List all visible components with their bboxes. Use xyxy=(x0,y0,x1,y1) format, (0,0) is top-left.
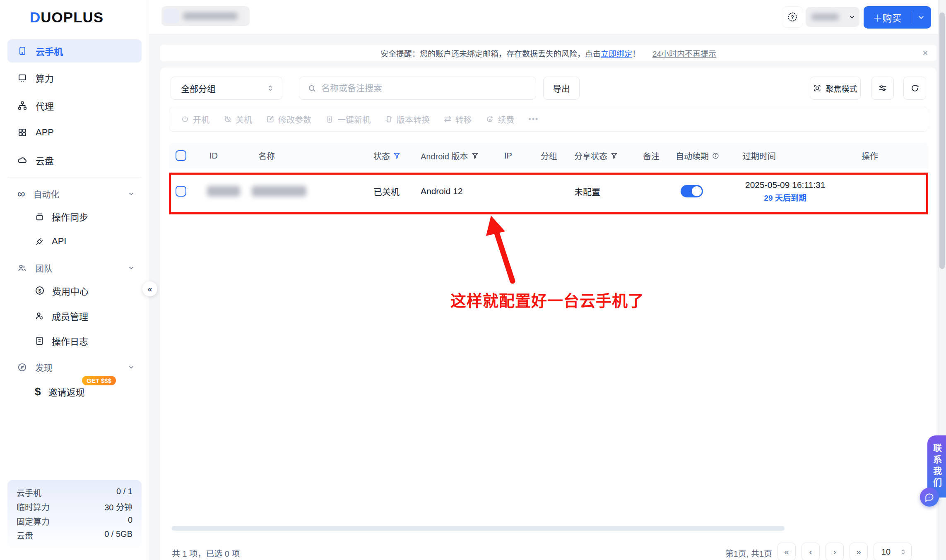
sidebar-group-discover[interactable]: 发现 xyxy=(7,357,142,377)
export-button[interactable]: 导出 xyxy=(543,77,580,100)
get-cashback-badge: GET $$$ xyxy=(82,376,116,385)
log-icon xyxy=(35,336,44,346)
sidebar-group-label: 自动化 xyxy=(34,187,60,200)
sidebar-item-cloud-phone[interactable]: 云手机 xyxy=(7,39,142,62)
sidebar-collapse-button[interactable]: « xyxy=(142,281,157,296)
brand-logo-first-letter: D xyxy=(30,9,41,25)
banner-text: 安全提醒：您的账户还未绑定邮箱，存在数据丢失的风险，点击 xyxy=(380,48,601,59)
buy-button[interactable]: ＋购买 xyxy=(864,6,931,29)
sidebar-group-automation[interactable]: ∞ 自动化 xyxy=(7,183,142,204)
col-label: Android 版本 xyxy=(421,150,468,162)
last-page-button[interactable]: » xyxy=(850,543,868,560)
col-auto-renew: 自动续期 xyxy=(676,143,719,168)
vertical-scrollbar-thumb[interactable] xyxy=(939,12,945,269)
sidebar-item-label: 算力 xyxy=(36,71,54,84)
team-icon xyxy=(17,263,27,273)
renew-icon xyxy=(486,115,494,123)
action-edit-params[interactable]: 修改参数 xyxy=(266,113,311,125)
account-menu[interactable] xyxy=(806,7,859,27)
more-icon: ••• xyxy=(528,115,539,124)
sidebar-item-app[interactable]: APP xyxy=(7,121,142,144)
stat-label: 临时算力 xyxy=(17,501,50,513)
action-label: 续费 xyxy=(498,113,514,125)
bind-email-link[interactable]: 立即绑定 xyxy=(601,48,632,59)
column-settings-button[interactable] xyxy=(871,77,894,100)
auto-renew-toggle[interactable] xyxy=(681,185,703,197)
sidebar-item-label: 云手机 xyxy=(36,44,63,58)
device-table-row[interactable]: 已关机 Android 12 未配置 2025-05-09 16:11:31 2… xyxy=(169,168,928,214)
focus-mode-label: 聚焦模式 xyxy=(826,83,857,94)
browser-tab-redacted[interactable] xyxy=(161,6,250,26)
device-status: 已关机 xyxy=(373,168,400,214)
sidebar-item-billing-center[interactable]: $ 费用中心 xyxy=(7,280,142,301)
sidebar-item-invite-cashback[interactable]: $ 邀请返现 xyxy=(7,381,142,402)
action-power-on[interactable]: 开机 xyxy=(181,113,209,125)
dismiss-24h-link[interactable]: 24小时内不再提示 xyxy=(652,48,716,59)
action-power-off[interactable]: 关机 xyxy=(224,113,252,125)
sidebar-item-cloud-disk[interactable]: 云盘 xyxy=(7,149,142,172)
account-name-redacted xyxy=(811,14,839,20)
transfer-icon: ⇄ xyxy=(444,115,451,123)
col-id: ID xyxy=(209,143,218,168)
sidebar-item-operation-sync[interactable]: 操作同步 xyxy=(7,206,142,227)
device-share-status: 未配置 xyxy=(574,168,600,214)
action-label: 开机 xyxy=(193,113,209,125)
more-actions-button[interactable]: ••• xyxy=(528,115,539,124)
action-transfer[interactable]: ⇄ 转移 xyxy=(444,113,472,125)
expire-note: 29 天后到期 xyxy=(764,192,806,203)
col-android-version: Android 版本 xyxy=(421,143,479,168)
select-all-cell xyxy=(176,143,186,168)
sidebar-item-compute[interactable]: 算力 xyxy=(7,66,142,89)
sidebar-item-label: 代理 xyxy=(36,99,54,112)
action-version-convert[interactable]: 版本转换 xyxy=(385,113,430,125)
device-name-redacted xyxy=(252,186,306,197)
sidebar-item-proxy[interactable]: 代理 xyxy=(7,94,142,117)
bulk-actions-toolbar: 开机 关机 修改参数 一键新机 版本转换 ⇄ 转移 续费 ••• xyxy=(169,107,928,132)
action-new-device[interactable]: 一键新机 xyxy=(325,113,371,125)
contact-chat-button[interactable] xyxy=(920,488,939,507)
sidebar-group-team[interactable]: 团队 xyxy=(7,257,142,278)
search-icon xyxy=(308,84,316,93)
sidebar-item-label: 操作日志 xyxy=(52,334,88,347)
buy-dropdown-toggle[interactable] xyxy=(911,14,931,21)
sidebar-item-label: 云盘 xyxy=(36,154,54,167)
banner-text-suffix: ！ xyxy=(632,48,640,59)
action-renew[interactable]: 续费 xyxy=(486,113,514,125)
help-button[interactable]: ? xyxy=(782,6,803,28)
col-label: 状态 xyxy=(373,150,390,162)
sidebar-group-label: 发现 xyxy=(35,361,53,373)
filter-funnel-icon[interactable] xyxy=(611,152,618,159)
sidebar-item-operation-log[interactable]: 操作日志 xyxy=(7,330,142,351)
sidebar-item-api[interactable]: API xyxy=(7,231,142,252)
info-icon[interactable] xyxy=(712,152,719,159)
stat-label: 固定算力 xyxy=(17,515,50,527)
filter-funnel-icon-active[interactable] xyxy=(393,152,400,159)
next-page-button[interactable]: › xyxy=(826,543,844,560)
horizontal-scrollbar-thumb[interactable] xyxy=(172,526,785,531)
refresh-button[interactable] xyxy=(903,77,926,100)
select-all-checkbox[interactable] xyxy=(176,150,186,161)
banner-close-icon[interactable]: × xyxy=(922,47,928,59)
filter-funnel-icon[interactable] xyxy=(472,152,479,159)
chevron-down-icon xyxy=(128,190,135,197)
action-label: 版本转换 xyxy=(397,113,430,125)
page-size-value: 10 xyxy=(881,547,891,557)
page-size-select[interactable]: 10 xyxy=(874,543,912,560)
col-actions: 操作 xyxy=(862,143,878,168)
action-label: 关机 xyxy=(236,113,252,125)
stat-value: 0 / 1 xyxy=(116,487,132,499)
buy-button-label: ＋购买 xyxy=(864,10,911,24)
version-convert-icon xyxy=(385,115,393,123)
selection-summary: 共 1 项，已选 0 项 xyxy=(172,547,240,559)
sidebar-item-member-management[interactable]: 成员管理 xyxy=(7,305,142,327)
stat-row: 固定算力0 xyxy=(17,515,132,527)
sync-icon xyxy=(35,212,44,221)
first-page-button[interactable]: « xyxy=(778,543,796,560)
search-field[interactable] xyxy=(299,77,536,100)
prev-page-button[interactable]: ‹ xyxy=(802,543,820,560)
group-filter-select[interactable]: 全部分组 xyxy=(171,77,282,100)
row-checkbox[interactable] xyxy=(176,186,186,197)
col-label: 自动续期 xyxy=(676,150,709,162)
search-input[interactable] xyxy=(321,83,512,93)
focus-mode-button[interactable]: 聚焦模式 xyxy=(810,77,861,100)
